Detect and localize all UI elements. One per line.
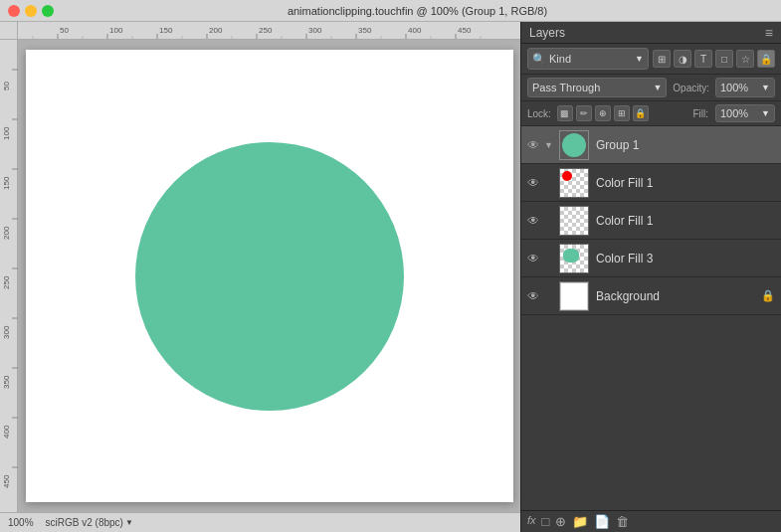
ruler-row: 50 100 150 200 250 300 350 400 4: [0, 22, 520, 40]
layer-item-group1[interactable]: 👁 ▼ Group 1: [521, 126, 781, 164]
fill-value: 100%: [720, 107, 748, 119]
title-bar: animationclipping.touchfin @ 100% (Group…: [0, 0, 781, 22]
window-controls[interactable]: [8, 5, 54, 17]
layer-visibility-colorfill1a[interactable]: 👁: [525, 175, 541, 191]
svg-text:250: 250: [2, 275, 11, 289]
filter-icon-selected[interactable]: 🔒: [757, 50, 775, 68]
blend-mode-label: Pass Through: [532, 82, 600, 93]
lock-icon-artboard[interactable]: ⊞: [614, 105, 630, 121]
layer-item-colorfill1b[interactable]: 👁 Color Fill 1: [521, 202, 781, 240]
colorfill3-thumb: [560, 245, 588, 272]
lock-icon-all[interactable]: 🔒: [633, 105, 649, 121]
layer-item-background[interactable]: 👁 Background 🔒: [521, 277, 781, 315]
fill-label: Fill:: [692, 108, 708, 119]
layer-item-colorfill3[interactable]: 👁 Color Fill 3: [521, 240, 781, 277]
create-group-button[interactable]: 📁: [572, 514, 588, 529]
background-thumb: [560, 282, 588, 310]
filter-kind-label: Kind: [549, 53, 571, 65]
svg-text:100: 100: [2, 126, 11, 140]
opacity-select[interactable]: 100% ▼: [715, 78, 775, 97]
svg-text:150: 150: [2, 176, 11, 190]
layer-visibility-colorfill1b[interactable]: 👁: [525, 213, 541, 229]
close-button[interactable]: [8, 5, 20, 17]
filter-icon-shape[interactable]: □: [715, 50, 733, 68]
layer-thumb-colorfill3: [559, 244, 589, 273]
layer-name-group1: Group 1: [592, 138, 777, 152]
create-layer-button[interactable]: 📄: [594, 514, 610, 529]
add-fx-button[interactable]: fx: [527, 514, 536, 529]
layer-visibility-background[interactable]: 👁: [525, 288, 541, 304]
status-bar: 100% sciRGB v2 (8bpc) ▼: [0, 512, 520, 532]
layers-panel-header: Layers ≡: [521, 22, 781, 44]
blend-mode-row: Pass Through ▼ Opacity: 100% ▼: [521, 75, 781, 101]
add-mask-button[interactable]: □: [542, 514, 550, 529]
minimize-button[interactable]: [25, 5, 37, 17]
fill-select[interactable]: 100% ▼: [715, 104, 775, 122]
opacity-value: 100%: [720, 82, 748, 93]
layer-visibility-group1[interactable]: 👁: [525, 137, 541, 153]
svg-text:50: 50: [2, 82, 11, 90]
colorfill1b-thumb: [560, 207, 588, 235]
delete-layer-button[interactable]: 🗑: [616, 514, 629, 529]
filter-icon-image[interactable]: ⊞: [653, 50, 671, 68]
layers-menu-icon[interactable]: ≡: [765, 25, 773, 41]
svg-text:350: 350: [358, 26, 372, 35]
blend-mode-arrow: ▼: [653, 83, 662, 92]
layer-name-colorfill3: Color Fill 3: [592, 252, 777, 266]
svg-text:400: 400: [408, 26, 422, 35]
svg-text:400: 400: [2, 425, 11, 439]
lock-icon-pixels[interactable]: ▩: [557, 105, 573, 121]
lock-label: Lock:: [527, 108, 551, 119]
ruler-horizontal: 50 100 150 200 250 300 350 400 4: [18, 22, 520, 40]
panel-bottom: fx □ ⊕ 📁 📄 🗑: [521, 510, 781, 532]
canvas-document: [26, 50, 513, 502]
svg-text:150: 150: [159, 26, 173, 35]
lock-icon-position[interactable]: ⊕: [595, 105, 611, 121]
layer-thumb-colorfill1a: [559, 168, 589, 198]
layers-panel-title: Layers: [529, 26, 565, 40]
panel-bottom-icons: fx □ ⊕ 📁 📄 🗑: [527, 514, 629, 529]
layers-panel: Layers ≡ 🔍 Kind ▼ ⊞ ◑ T □ ☆ 🔒 Pass Throu…: [520, 22, 781, 532]
svg-text:250: 250: [259, 26, 273, 35]
filter-kind-select[interactable]: 🔍 Kind ▼: [527, 48, 649, 70]
filter-search-icon: 🔍: [532, 53, 546, 66]
layers-list: 👁 ▼ Group 1 👁 Color Fill 1 👁: [521, 126, 781, 510]
opacity-label: Opacity:: [673, 83, 709, 93]
layer-thumb-group1: [559, 130, 589, 160]
svg-text:200: 200: [2, 226, 11, 240]
layer-visibility-colorfill3[interactable]: 👁: [525, 251, 541, 266]
lock-icons: ▩ ✏ ⊕ ⊞ 🔒: [557, 105, 649, 121]
layer-item-colorfill1a[interactable]: 👁 Color Fill 1: [521, 164, 781, 202]
layer-name-background: Background: [592, 289, 758, 303]
filter-icon-smart[interactable]: ☆: [736, 50, 754, 68]
main-layout: 50 100 150 200 250 300 350 400 4: [0, 22, 781, 532]
colorfill1a-thumb: [560, 169, 588, 197]
canvas-scroll[interactable]: [18, 40, 520, 512]
svg-text:350: 350: [2, 375, 11, 389]
svg-text:300: 300: [308, 26, 322, 35]
svg-text:50: 50: [60, 26, 69, 35]
svg-text:200: 200: [209, 26, 223, 35]
canvas-circle: [135, 142, 404, 411]
maximize-button[interactable]: [42, 5, 54, 17]
filter-icon-type[interactable]: T: [694, 50, 712, 68]
layer-expand-group1[interactable]: ▼: [544, 140, 556, 150]
filter-icons: ⊞ ◑ T □ ☆ 🔒: [653, 50, 775, 68]
filter-row: 🔍 Kind ▼ ⊞ ◑ T □ ☆ 🔒: [521, 44, 781, 75]
group1-thumb-circle: [562, 133, 586, 157]
svg-text:450: 450: [458, 26, 472, 35]
zoom-level: 100%: [8, 517, 34, 528]
blend-mode-select[interactable]: Pass Through ▼: [527, 78, 667, 97]
layer-name-colorfill1a: Color Fill 1: [592, 176, 777, 190]
color-profile-arrow: ▼: [125, 518, 133, 527]
color-profile[interactable]: sciRGB v2 (8bpc) ▼: [46, 517, 133, 528]
add-adjustment-button[interactable]: ⊕: [555, 514, 566, 529]
filter-icon-adjustment[interactable]: ◑: [674, 50, 691, 68]
layer-thumb-colorfill1b: [559, 206, 589, 236]
opacity-arrow: ▼: [761, 83, 770, 92]
layer-name-colorfill1b: Color Fill 1: [592, 214, 777, 228]
lock-icon-draw[interactable]: ✏: [576, 105, 592, 121]
canvas-viewport: 50 100 150 200 250 300 350 400 4: [0, 40, 520, 512]
svg-text:450: 450: [2, 474, 11, 488]
filter-dropdown-arrow: ▼: [635, 54, 644, 64]
